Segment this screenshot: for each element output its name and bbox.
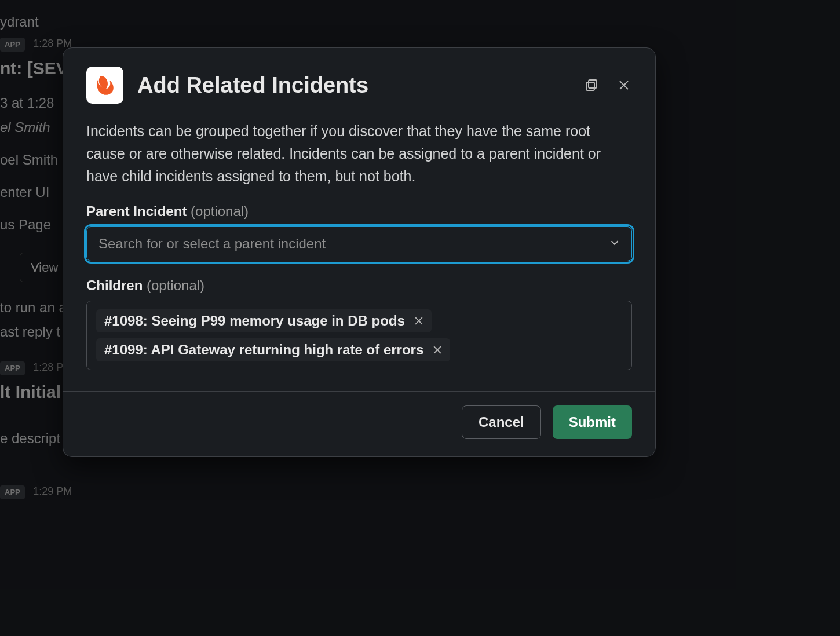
children-multiselect[interactable]: #1098: Seeing P99 memory usage in DB pod… — [86, 301, 632, 370]
children-label-text: Children — [86, 277, 143, 293]
parent-incident-select[interactable]: Search for or select a parent incident — [86, 226, 632, 261]
close-icon[interactable] — [616, 77, 632, 93]
modal-description: Incidents can be grouped together if you… — [86, 120, 632, 187]
modal-footer: Cancel Submit — [63, 391, 655, 456]
add-related-incidents-modal: Add Related Incidents Incidents can be g… — [63, 47, 656, 457]
parent-incident-label: Parent Incident (optional) — [86, 203, 632, 220]
flame-icon — [92, 72, 118, 98]
svg-rect-0 — [589, 80, 597, 88]
child-chip: #1099: API Gateway returning high rate o… — [96, 338, 450, 361]
submit-button[interactable]: Submit — [553, 405, 632, 439]
remove-chip-icon[interactable] — [412, 314, 426, 328]
children-optional-text: (optional) — [147, 277, 204, 293]
header-actions — [583, 77, 632, 93]
chevron-down-icon — [608, 236, 621, 251]
modal-header: Add Related Incidents — [63, 48, 655, 113]
parent-label-text: Parent Incident — [86, 203, 187, 219]
modal-body: Incidents can be grouped together if you… — [63, 113, 655, 391]
child-chip-label: #1099: API Gateway returning high rate o… — [104, 342, 423, 358]
children-label: Children (optional) — [86, 277, 632, 294]
remove-chip-icon[interactable] — [430, 343, 444, 357]
cancel-button[interactable]: Cancel — [462, 405, 541, 439]
app-avatar — [86, 67, 123, 104]
child-chip-label: #1098: Seeing P99 memory usage in DB pod… — [104, 313, 405, 329]
new-window-icon[interactable] — [583, 77, 600, 93]
modal-title: Add Related Incidents — [137, 73, 569, 98]
child-chip: #1098: Seeing P99 memory usage in DB pod… — [96, 309, 432, 332]
parent-placeholder: Search for or select a parent incident — [98, 236, 326, 252]
svg-rect-1 — [586, 82, 594, 90]
parent-optional-text: (optional) — [191, 203, 249, 219]
